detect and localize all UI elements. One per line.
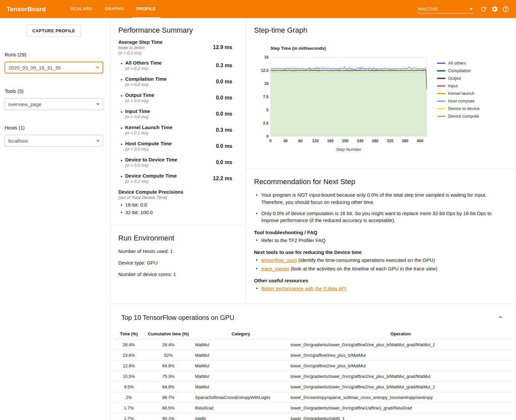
perf-item-text: Device Compute Time(σ = 0.2 ms) (125, 173, 177, 184)
environment-line: Number of device cores: 1 (118, 271, 238, 277)
hosts-dropdown[interactable]: localhost (5, 135, 103, 147)
table-body: 28.4%28.4%MatMultower_0/v/gradients/towe… (114, 340, 513, 420)
refresh-button[interactable] (478, 4, 489, 15)
runs-dropdown[interactable]: 2020_03_05_18_31_35 (5, 62, 103, 73)
y-tick-label: 5 (266, 108, 269, 112)
table-row: 1.7%88.5%ReluGradtower_0/v/gradients/tow… (114, 403, 513, 413)
perf-item-sigma: (σ = 0.2 ms) (125, 66, 162, 71)
recommendation-link[interactable]: trace_viewer (261, 266, 289, 271)
sidebar: CAPTURE PROFILE Runs (29) 2020_03_05_18_… (0, 18, 110, 420)
operation-cell: tower_0/v/xentropy/sparse_softmax_cross_… (289, 392, 513, 403)
time-cell: 9.5% (114, 382, 144, 392)
app-title: TensorBoard (7, 6, 46, 13)
x-tick-label: 160 (327, 139, 333, 143)
top-ops-section: Top 10 TensorFlow operations on GPU Time… (111, 303, 516, 420)
tools-dropdown-value: overview_page (8, 101, 42, 107)
perf-item-label: Compilation Time (125, 76, 167, 82)
category-cell: MatMul (193, 340, 289, 350)
operation-cell: tower_0/v/cg/affine2/xw_plus_b/MatMul (289, 361, 513, 371)
recommendation-link[interactable]: tensorflow_stats (261, 257, 297, 263)
recommendation-bullet: Your program is NOT input-bound because … (256, 191, 503, 206)
nav-tabs: SCALARSGRAPHSPROFILE (64, 0, 162, 18)
perf-item-text: All Others Time(σ = 0.2 ms) (125, 60, 162, 71)
recommendation-link[interactable]: Better performance with the tf.data API (261, 286, 346, 291)
average-step-time-sub: lower is better (118, 45, 162, 50)
recommendation-items: Refer to the TF2 Profiler FAQ (254, 237, 503, 244)
precision-item: 32-bit: 100.0 (121, 210, 232, 215)
perf-item-label: Host Compute Time (125, 141, 172, 146)
perf-item-value: 0.3 ms (216, 63, 232, 69)
legend-swatch-all-others (437, 63, 445, 64)
step-time-chart: 02.557.51012.515040801201602002402803203… (254, 53, 434, 155)
legend-item: All others (437, 61, 479, 66)
help-button[interactable]: ? (500, 4, 511, 15)
category-cell: MatMul (193, 371, 289, 382)
recommendation-item: Better performance with the tf.data API (256, 285, 503, 292)
tools-dropdown[interactable]: overview_page (5, 98, 103, 110)
perf-item-text: Host Compute Time(σ = 0.0 ms) (125, 141, 172, 152)
table-row: 28.4%28.4%MatMultower_0/v/gradients/towe… (114, 340, 513, 350)
device-compute-precisions: Device Compute Precisions (out of Total … (118, 189, 232, 215)
time-cell: 1.7% (114, 413, 144, 420)
tools-label: Tools (5) (5, 88, 103, 94)
perf-item-text: Compilation Time(σ = 0.0 ms) (125, 76, 167, 87)
recommendation-heading: Other useful resources (254, 278, 503, 283)
recommendation-bullets: Your program is NOT input-bound because … (254, 191, 503, 224)
y-tick-label: 7.5 (263, 95, 269, 99)
recommendation-section: Recommendation for Next Step Your progra… (246, 169, 516, 303)
performance-breakdown-list: All Others Time(σ = 0.2 ms)0.3 msCompila… (118, 60, 232, 184)
legend-label: Output (448, 76, 461, 81)
perf-item-sigma: (σ = 0.0 ms) (125, 82, 167, 87)
category-cell: SparseSoftmaxCrossEntropyWithLogits (193, 392, 289, 403)
legend-swatch-device-compute (437, 116, 445, 117)
recommendation-item: tensorflow_stats (identify the time-cons… (256, 257, 503, 264)
recommendation-bullet: Only 0.0% of device computation is 16 bi… (256, 210, 503, 224)
legend-label: All others (448, 61, 466, 66)
chevron-down-icon (96, 103, 100, 105)
table-header-row: Time (%)Cumulative time (%)CategoryOpera… (114, 328, 513, 340)
perf-item-text: Output Time(σ = 0.0 ms) (125, 92, 154, 103)
step-time-graph-title: Step-time Graph (254, 26, 509, 35)
capture-profile-button[interactable]: CAPTURE PROFILE (26, 25, 81, 37)
x-axis-label: Step Number (336, 147, 361, 152)
table-row: 23.6%52%MatMultower_0/v/cg/affine0/xw_pl… (114, 350, 513, 361)
collapse-button[interactable] (496, 312, 505, 323)
perf-item-sigma: (σ = 0.2 ms) (125, 179, 177, 184)
x-tick-label: 360 (402, 139, 408, 143)
chart-legend: All othersCompilationOutputInputKernel l… (437, 61, 479, 155)
tab-profile[interactable]: PROFILE (132, 0, 160, 18)
perf-item-text: Kernel Launch Time(σ = 0.1 ms) (125, 125, 172, 135)
average-step-time-row: Average Step Time lower is better (σ = 0… (118, 39, 232, 55)
average-step-time-label: Average Step Time (118, 39, 162, 45)
cumulative-time-cell: 86.7% (144, 392, 193, 403)
precisions-label: Device Compute Precisions (118, 189, 232, 195)
status-dropdown[interactable]: INACTIVE (417, 5, 474, 14)
settings-button[interactable] (489, 4, 500, 15)
perf-item-sigma: (σ = 0.0 ms) (125, 163, 177, 168)
runs-dropdown-value: 2020_03_05_18_31_35 (9, 65, 61, 70)
gear-icon (491, 6, 498, 13)
average-step-time-value: 12.9 ms (213, 44, 232, 50)
chevron-down-icon (470, 8, 473, 10)
perf-item-label: Kernel Launch Time (125, 125, 172, 130)
perf-item-label: Device to Device Time (125, 157, 177, 162)
top-ops-table: Time (%)Cumulative time (%)CategoryOpera… (114, 328, 513, 420)
category-cell: AddN (193, 413, 289, 420)
perf-summary-item: Device to Device Time(σ = 0.0 ms)0.0 ms (121, 157, 232, 168)
y-tick-label: 12.5 (261, 68, 269, 73)
legend-item: Output (437, 76, 479, 81)
x-tick-label: 120 (312, 139, 319, 143)
step-time-graph-section: Step-time Graph Step Time (in millisecon… (246, 18, 516, 169)
perf-item-value: 0.0 ms (216, 111, 232, 117)
recommendation-item-text: (identify the time-consuming operations … (297, 257, 435, 263)
runs-label: Runs (29) (5, 52, 103, 57)
perf-item-value: 0.0 ms (216, 95, 232, 101)
perf-item-text: Input Time(σ = 0.0 ms) (125, 108, 150, 119)
time-cell: 23.6% (114, 350, 144, 361)
help-icon: ? (503, 6, 509, 12)
column-header-time: Time (%) (114, 328, 144, 340)
operation-cell: tower_0/v/cg/affine0/xw_plus_b/MatMul (289, 350, 513, 361)
tab-scalars[interactable]: SCALARS (66, 0, 97, 18)
tab-graphs[interactable]: GRAPHS (100, 0, 129, 18)
top-ops-title: Top 10 TensorFlow operations on GPU (121, 314, 234, 322)
